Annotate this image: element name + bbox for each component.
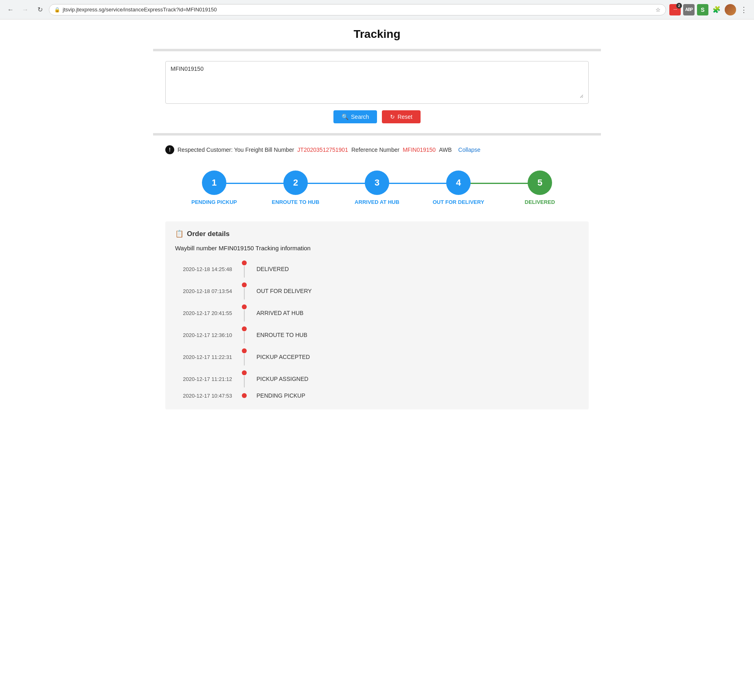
event-dot (242, 393, 247, 398)
info-banner: ! Respected Customer: You Freight Bill N… (165, 145, 589, 154)
event-dot-column (240, 260, 248, 278)
banner-suffix: AWB (439, 147, 452, 153)
reset-icon: ↻ (390, 114, 395, 120)
tracker-step-3: 3 ARRIVED AT HUB (336, 171, 418, 205)
top-divider (153, 49, 601, 51)
tracking-events: 2020-12-18 14:25:48DELIVERED2020-12-18 0… (175, 258, 579, 401)
event-dot (242, 326, 247, 331)
event-connector-line (244, 266, 245, 278)
event-dot (242, 348, 247, 353)
order-icon: 📋 (175, 230, 184, 238)
event-status: PICKUP ASSIGNED (248, 376, 308, 382)
lock-icon: 🔒 (54, 7, 60, 13)
url-text: jtsvip.jtexpress.sg/service/instanceExpr… (63, 7, 653, 13)
event-row: 2020-12-17 20:41:55ARRIVED AT HUB (175, 302, 579, 324)
ref-number: MFIN019150 (403, 147, 436, 153)
event-time: 2020-12-17 20:41:55 (175, 310, 240, 316)
banner-mid: Reference Number (351, 147, 399, 153)
event-dot-column (240, 370, 248, 387)
info-icon-symbol: ! (169, 147, 171, 153)
collapse-link[interactable]: Collapse (458, 147, 480, 153)
step-circle-5: 5 (528, 171, 552, 195)
ext-abp-button[interactable]: ABP (683, 4, 695, 15)
step-label-2: ENROUTE TO HUB (272, 199, 320, 205)
step-circle-2: 2 (283, 171, 308, 195)
event-row: 2020-12-17 11:22:31PICKUP ACCEPTED (175, 346, 579, 368)
event-connector-line (244, 288, 245, 300)
event-connector-line (244, 376, 245, 387)
browser-extensions: ⋯ 2 ABP S 🧩 ⋮ (669, 4, 749, 16)
back-button[interactable]: ← (5, 4, 16, 15)
step-circle-4: 4 (446, 171, 471, 195)
event-status: OUT FOR DELIVERY (248, 288, 312, 294)
search-icon: 🔍 (342, 114, 349, 120)
browser-menu-button[interactable]: ⋮ (739, 4, 749, 16)
step-label-5: DELIVERED (525, 199, 555, 205)
browser-chrome: ← → ↻ 🔒 jtsvip.jtexpress.sg/service/inst… (0, 0, 754, 20)
step-label-4: OUT FOR DELIVERY (433, 199, 484, 205)
waybill-info: Waybill number MFIN019150 Tracking infor… (175, 245, 579, 252)
progress-tracker: 1 PENDING PICKUP 2 ENROUTE TO HUB 3 ARRI… (165, 166, 589, 209)
event-status: PICKUP ACCEPTED (248, 354, 310, 360)
event-dot-column (240, 326, 248, 343)
tracker-step-2: 2 ENROUTE TO HUB (255, 171, 336, 205)
banner-prefix: Respected Customer: You Freight Bill Num… (178, 147, 294, 153)
event-time: 2020-12-17 12:36:10 (175, 332, 240, 338)
reload-button[interactable]: ↻ (34, 4, 46, 15)
event-dot-column (240, 393, 248, 398)
event-time: 2020-12-17 10:47:53 (175, 393, 240, 399)
page-content: Tracking MFIN019150 🔍 Search ↻ Reset ! R… (153, 20, 601, 426)
event-connector-line (244, 332, 245, 343)
event-status: PENDING PICKUP (248, 392, 305, 399)
event-time: 2020-12-18 07:13:54 (175, 288, 240, 294)
order-details-card: 📋 Order details Waybill number MFIN01915… (165, 221, 589, 409)
event-status: ARRIVED AT HUB (248, 310, 303, 316)
info-icon: ! (165, 145, 174, 154)
page-title: Tracking (165, 28, 589, 41)
step-label-3: ARRIVED AT HUB (355, 199, 399, 205)
reset-button-label: Reset (397, 114, 412, 120)
event-row: 2020-12-18 07:13:54OUT FOR DELIVERY (175, 280, 579, 302)
event-status: DELIVERED (248, 266, 289, 272)
tracker-step-1: 1 PENDING PICKUP (173, 171, 255, 205)
event-dot (242, 304, 247, 309)
search-button[interactable]: 🔍 Search (333, 110, 377, 123)
ext-puzzle-button[interactable]: 🧩 (711, 4, 722, 15)
user-avatar[interactable] (725, 4, 736, 15)
reset-button[interactable]: ↻ Reset (382, 110, 421, 123)
order-details-title: 📋 Order details (175, 230, 579, 238)
event-dot (242, 260, 247, 265)
event-status: ENROUTE TO HUB (248, 332, 307, 338)
middle-divider (153, 133, 601, 136)
forward-button[interactable]: → (20, 4, 31, 15)
event-row: 2020-12-17 11:21:12PICKUP ASSIGNED (175, 368, 579, 390)
event-row: 2020-12-17 12:36:10ENROUTE TO HUB (175, 324, 579, 346)
ext-tab-button[interactable]: ⋯ 2 (669, 4, 681, 15)
search-button-label: Search (351, 114, 369, 120)
address-bar[interactable]: 🔒 jtsvip.jtexpress.sg/service/instanceEx… (49, 4, 666, 15)
event-connector-line (244, 354, 245, 365)
freight-number: JT20203512751901 (297, 147, 348, 153)
ext-s-button[interactable]: S (697, 4, 708, 15)
event-dot-column (240, 304, 248, 322)
step-circle-1: 1 (202, 171, 226, 195)
event-time: 2020-12-17 11:21:12 (175, 376, 240, 382)
step-circle-3: 3 (365, 171, 389, 195)
step-label-1: PENDING PICKUP (191, 199, 237, 205)
bookmark-icon: ☆ (655, 7, 661, 13)
tracker-step-5: 5 DELIVERED (499, 171, 581, 205)
tracking-input-area: MFIN019150 (165, 61, 589, 104)
event-time: 2020-12-18 14:25:48 (175, 266, 240, 272)
order-details-label: Order details (187, 230, 230, 238)
event-connector-line (244, 310, 245, 322)
event-dot (242, 282, 247, 287)
event-dot (242, 370, 247, 375)
event-row: 2020-12-18 14:25:48DELIVERED (175, 258, 579, 280)
event-dot-column (240, 282, 248, 300)
event-time: 2020-12-17 11:22:31 (175, 354, 240, 360)
action-buttons: 🔍 Search ↻ Reset (165, 110, 589, 123)
event-row: 2020-12-17 10:47:53PENDING PICKUP (175, 390, 579, 401)
tracking-textarea[interactable]: MFIN019150 (171, 66, 583, 98)
events-wrapper: 2020-12-18 14:25:48DELIVERED2020-12-18 0… (175, 258, 579, 401)
event-dot-column (240, 348, 248, 365)
